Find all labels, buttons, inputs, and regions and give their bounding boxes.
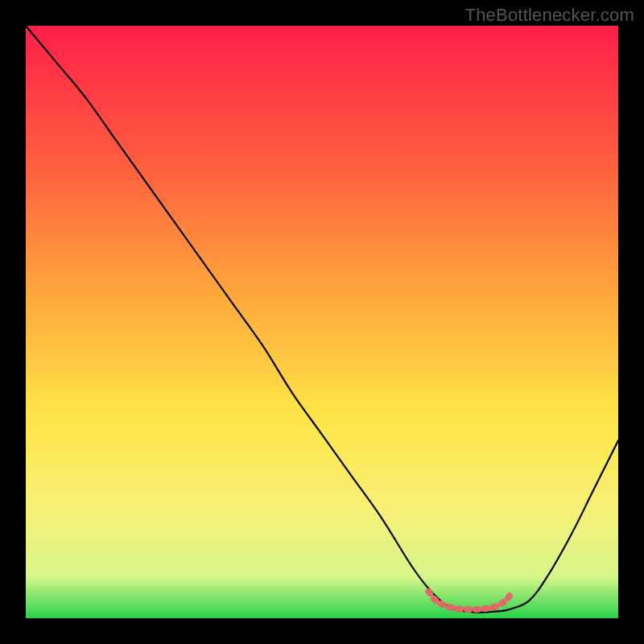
chart-plot xyxy=(26,26,618,618)
gradient-background xyxy=(26,26,618,618)
watermark-text: TheBottlenecker.com xyxy=(465,5,634,26)
chart-container: TheBottlenecker.com xyxy=(0,0,644,644)
chart-svg xyxy=(26,26,618,618)
